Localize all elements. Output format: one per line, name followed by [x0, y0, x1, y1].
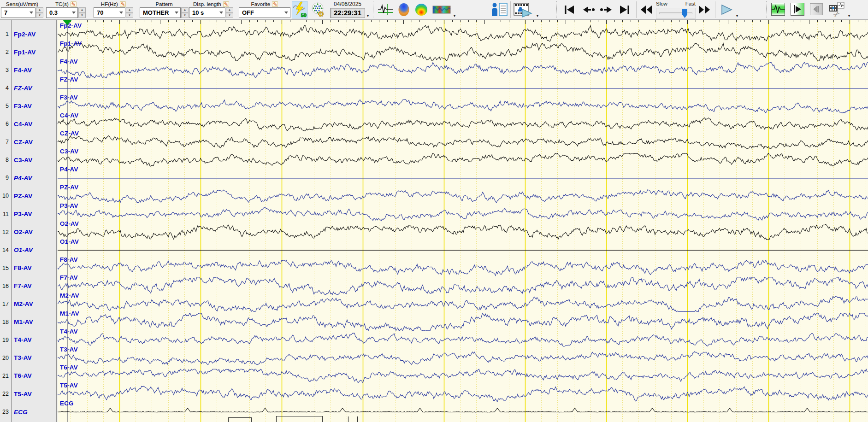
trace-label-p4-av[interactable]: P4-AV [60, 166, 78, 173]
video-film-icon [513, 2, 532, 18]
trace-label-fz-av[interactable]: FZ-AV [60, 76, 78, 83]
hf-combobox[interactable]: 70 [94, 7, 125, 18]
spin-up-icon[interactable]: ▲ [181, 7, 189, 13]
notch-frequency-value: 50 [301, 12, 307, 18]
spin-up-icon[interactable]: ▲ [126, 7, 133, 13]
dropdown-arrow-icon[interactable]: ▾ [366, 13, 370, 18]
edit-pencil-icon[interactable]: ✎ [223, 1, 229, 7]
trace-label-f8-av[interactable]: F8-AV [60, 256, 78, 263]
sidebar-channel-o1-av[interactable]: 14O1-AV [0, 246, 54, 254]
step-back-button[interactable] [582, 1, 596, 18]
sidebar-channel-f3-av[interactable]: 5F3-AV [0, 102, 54, 110]
sidebar-channel-m2-av[interactable]: 17M2-AV [0, 300, 54, 308]
tc-spinner[interactable]: ▲▼ [78, 7, 86, 18]
pattern-combobox[interactable]: MOTHER [140, 7, 181, 18]
trace-label-m1-av[interactable]: M1-AV [60, 310, 79, 317]
spin-down-icon[interactable]: ▼ [78, 13, 86, 18]
spin-up-icon[interactable]: ▲ [36, 7, 43, 13]
spin-up-icon[interactable]: ▲ [226, 7, 233, 13]
dropdown-arrow-icon[interactable]: ▾ [535, 13, 540, 18]
trace-label-t4-av[interactable]: T4-AV [60, 328, 78, 335]
sidebar-channel-f7-av[interactable]: 16F7-AV [0, 282, 54, 290]
trace-label-fp1-av[interactable]: Fp1-AV [60, 40, 82, 47]
trace-label-f3-av[interactable]: F3-AV [60, 94, 78, 101]
video-playback-button[interactable] [513, 1, 532, 18]
play-button[interactable] [720, 1, 733, 18]
speed-slider[interactable] [656, 8, 696, 19]
skip-to-end-button[interactable] [619, 1, 631, 18]
spin-down-icon[interactable]: ▼ [36, 13, 43, 18]
trace-label-t3-av[interactable]: T3-AV [60, 346, 78, 353]
patient-info-button[interactable] [491, 1, 508, 18]
sidebar-channel-f4-av[interactable]: 3F4-AV [0, 66, 54, 74]
sidebar-channel-t4-av[interactable]: 19T4-AV [0, 336, 54, 344]
sidebar-channel-m1-av[interactable]: 18M1-AV [0, 318, 54, 326]
sidebar-channel-c3-av[interactable]: 8C3-AV [0, 156, 54, 164]
dropdown-arrow-icon[interactable]: ▾ [847, 13, 851, 18]
dsa-trend-button[interactable] [432, 1, 451, 18]
pattern-spinner[interactable]: ▲▼ [181, 7, 189, 18]
trace-label-p3-av[interactable]: P3-AV [60, 202, 78, 209]
trace-label-o1-av[interactable]: O1-AV [60, 238, 79, 245]
sidebar-channel-p4-av[interactable]: 9P4-AV [0, 174, 54, 182]
tc-combobox[interactable]: 0.3 [46, 7, 78, 18]
slider-track[interactable] [659, 12, 692, 14]
electrode-map-button[interactable]: ⚙ [311, 1, 326, 18]
sidebar-channel-cz-av[interactable]: 7CZ-AV [0, 138, 54, 146]
spin-down-icon[interactable]: ▼ [126, 13, 133, 18]
sidebar-channel-ecg[interactable]: 23ECG [0, 408, 54, 416]
trace-label-f4-av[interactable]: F4-AV [60, 58, 78, 65]
notch-filter-button[interactable]: 50 [292, 1, 307, 18]
step-forward-button[interactable] [599, 1, 613, 18]
trace-label-cz-av[interactable]: CZ-AV [60, 130, 79, 137]
skip-to-start-button[interactable] [563, 1, 575, 18]
event-marker-button[interactable] [377, 1, 394, 18]
display-length-spinner[interactable]: ▲▼ [226, 7, 233, 18]
trace-label-fp2-av[interactable]: Fp2-AV [60, 22, 82, 29]
head-map-3d-button[interactable] [396, 1, 411, 18]
trace-label-pz-av[interactable]: PZ-AV [60, 184, 79, 191]
trace-label-t6-av[interactable]: T6-AV [60, 364, 78, 371]
slider-thumb[interactable] [682, 9, 687, 18]
sidebar-channel-p3-av[interactable]: 11P3-AV [0, 210, 54, 218]
sidebar-channel-pz-av[interactable]: 10PZ-AV [0, 192, 54, 200]
sidebar-channel-fp2-av[interactable]: 1Fp2-AV [0, 30, 54, 38]
sensitivity-combobox[interactable]: 7 [1, 7, 35, 18]
dropdown-arrow-icon[interactable]: ▾ [735, 13, 739, 18]
video-clip-cut-button[interactable]: ✂ [828, 1, 845, 18]
topo-map-button[interactable] [414, 1, 429, 18]
edit-pencil-icon[interactable]: ✎ [120, 1, 126, 7]
previous-event-button-disabled[interactable] [810, 3, 823, 15]
sidebar-channel-t6-av[interactable]: 21T6-AV [0, 372, 54, 380]
event-review-button[interactable] [771, 3, 785, 16]
hf-spinner[interactable]: ▲▼ [126, 7, 133, 18]
sidebar-channel-t5-av[interactable]: 22T5-AV [0, 390, 54, 398]
display-length-combobox[interactable]: 10 s [189, 7, 225, 18]
sidebar-channel-fp1-av[interactable]: 2Fp1-AV [0, 48, 54, 56]
sidebar-channel-f8-av[interactable]: 15F8-AV [0, 264, 54, 272]
trace-label-t5-av[interactable]: T5-AV [60, 382, 78, 389]
favorite-combobox[interactable]: OFF [239, 7, 290, 18]
fast-forward-button[interactable] [697, 1, 711, 18]
trace-label-f7-av[interactable]: F7-AV [60, 274, 78, 281]
chevron-down-icon [284, 12, 288, 14]
sidebar-channel-t3-av[interactable]: 20T3-AV [0, 354, 54, 362]
rewind-button[interactable] [639, 1, 653, 18]
trace-label-c3-av[interactable]: C3-AV [60, 148, 79, 155]
trace-label-c4-av[interactable]: C4-AV [60, 112, 79, 119]
sensitivity-spinner[interactable]: ▲▼ [36, 7, 43, 18]
spin-down-icon[interactable]: ▼ [181, 13, 189, 18]
spin-up-icon[interactable]: ▲ [78, 7, 86, 13]
trace-label-m2-av[interactable]: M2-AV [60, 292, 79, 299]
trace-label-ecg[interactable]: ECG [60, 400, 74, 407]
spin-down-icon[interactable]: ▼ [226, 13, 233, 18]
sidebar-channel-c4-av[interactable]: 6C4-AV [0, 120, 54, 128]
sidebar-channel-o2-av[interactable]: 12O2-AV [0, 228, 54, 236]
edit-pencil-icon[interactable]: ✎ [71, 1, 77, 7]
sidebar-channel-fz-av[interactable]: 4FZ-AV [0, 84, 54, 92]
edit-pencil-icon[interactable]: ✎ [272, 1, 278, 7]
eeg-trace-canvas[interactable] [58, 20, 868, 422]
play-from-marker-button[interactable] [791, 3, 804, 16]
dropdown-arrow-icon[interactable]: ▾ [452, 13, 457, 18]
trace-label-o2-av[interactable]: O2-AV [60, 220, 79, 227]
